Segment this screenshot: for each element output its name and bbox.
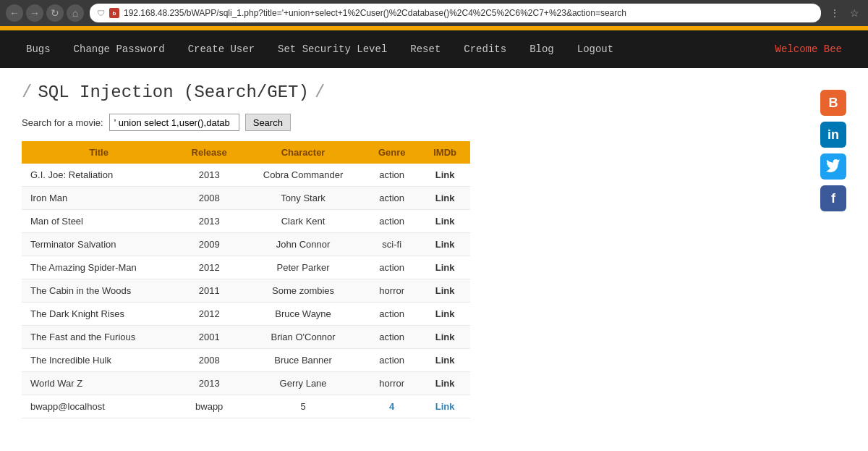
cell-character: Clark Kent: [242, 210, 364, 233]
table-row: Terminator Salvation2009John Connorsci-f…: [22, 233, 470, 256]
table-row: G.I. Joe: Retaliation2013Cobra Commander…: [22, 164, 470, 187]
cell-imdb[interactable]: Link: [420, 279, 470, 303]
cell-title: The Cabin in the Woods: [22, 279, 176, 303]
cell-genre: action: [364, 187, 420, 210]
search-input[interactable]: [109, 114, 239, 131]
search-button[interactable]: Search: [245, 114, 291, 131]
nav-bugs[interactable]: Bugs: [14, 30, 62, 68]
cell-genre: 4: [364, 395, 420, 418]
favicon: b: [109, 8, 119, 18]
address-bar[interactable]: 🛡 b 192.168.48.235/bWAPP/sqli_1.php?titl…: [90, 4, 821, 22]
cell-release: 2013: [176, 210, 242, 233]
cell-imdb[interactable]: Link: [420, 187, 470, 210]
col-imdb: IMDb: [420, 141, 470, 164]
nav-change-password[interactable]: Change Password: [62, 30, 176, 68]
cell-imdb[interactable]: Link: [420, 233, 470, 256]
cell-release: 2001: [176, 326, 242, 349]
cell-title: Man of Steel: [22, 210, 176, 233]
cell-release: 2012: [176, 303, 242, 326]
cell-genre: action: [364, 349, 420, 372]
cell-genre: horror: [364, 372, 420, 395]
menu-button[interactable]: ⋮: [827, 6, 843, 20]
cell-genre: action: [364, 303, 420, 326]
table-header-row: Title Release Character Genre IMDb: [22, 141, 470, 164]
cell-character: Some zombies: [242, 279, 364, 303]
nav-buttons: ← → ↻ ⌂: [6, 4, 84, 22]
cell-character: Brian O'Connor: [242, 326, 364, 349]
cell-genre: action: [364, 326, 420, 349]
nav-logout[interactable]: Logout: [566, 30, 625, 68]
cell-character: Bruce Wayne: [242, 303, 364, 326]
nav-create-user[interactable]: Create User: [176, 30, 266, 68]
cell-genre: sci-fi: [364, 233, 420, 256]
table-row: The Dark Knight Rises2012Bruce Wayneacti…: [22, 303, 470, 326]
cell-title: Terminator Salvation: [22, 233, 176, 256]
cell-title: G.I. Joe: Retaliation: [22, 164, 176, 187]
linkedin-icon[interactable]: in: [820, 122, 846, 148]
cell-imdb[interactable]: Link: [420, 256, 470, 279]
col-title: Title: [22, 141, 176, 164]
cell-release: 2008: [176, 349, 242, 372]
cell-release: 2013: [176, 164, 242, 187]
table-row: The Incredible Hulk2008Bruce Banneractio…: [22, 349, 470, 372]
cell-release: 2011: [176, 279, 242, 303]
reload-button[interactable]: ↻: [46, 4, 64, 22]
table-row: The Amazing Spider-Man2012Peter Parkerac…: [22, 256, 470, 279]
cell-character: 5: [242, 395, 364, 418]
table-body: G.I. Joe: Retaliation2013Cobra Commander…: [22, 164, 470, 418]
blogger-icon[interactable]: B: [820, 90, 846, 116]
page-title: / SQL Injection (Search/GET) /: [22, 83, 791, 102]
home-button[interactable]: ⌂: [67, 4, 84, 22]
table-row: World War Z2013Gerry LanehorrorLink: [22, 372, 470, 395]
twitter-icon[interactable]: [820, 153, 846, 180]
col-genre: Genre: [364, 141, 420, 164]
cell-title: bwapp@localhost: [22, 395, 176, 418]
movies-table: Title Release Character Genre IMDb G.I. …: [22, 141, 470, 418]
nav-credits[interactable]: Credits: [452, 30, 518, 68]
table-row: The Cabin in the Woods2011Some zombiesho…: [22, 279, 470, 303]
cell-genre: action: [364, 256, 420, 279]
cell-title: The Incredible Hulk: [22, 349, 176, 372]
cell-character: Cobra Commander: [242, 164, 364, 187]
back-button[interactable]: ←: [6, 4, 23, 22]
search-bar: Search for a movie: Search: [22, 114, 791, 131]
search-label: Search for a movie:: [22, 117, 103, 128]
cell-genre: action: [364, 210, 420, 233]
cell-character: Tony Stark: [242, 187, 364, 210]
table-row: Iron Man2008Tony StarkactionLink: [22, 187, 470, 210]
cell-genre: action: [364, 164, 420, 187]
nav-set-security-level[interactable]: Set Security Level: [266, 30, 399, 68]
table-row: Man of Steel2013Clark KentactionLink: [22, 210, 470, 233]
nav-reset[interactable]: Reset: [399, 30, 452, 68]
cell-release: bwapp: [176, 395, 242, 418]
cell-character: Gerry Lane: [242, 372, 364, 395]
cell-imdb[interactable]: Link: [420, 326, 470, 349]
cell-imdb[interactable]: Link: [420, 303, 470, 326]
cell-title: World War Z: [22, 372, 176, 395]
cell-title: Iron Man: [22, 187, 176, 210]
cell-imdb[interactable]: Link: [420, 349, 470, 372]
cell-release: 2008: [176, 187, 242, 210]
main-nav: Bugs Change Password Create User Set Sec…: [0, 30, 868, 68]
cell-character: John Connor: [242, 233, 364, 256]
cell-imdb[interactable]: Link: [420, 372, 470, 395]
url-text: 192.168.48.235/bWAPP/sqli_1.php?title='+…: [124, 8, 626, 18]
cell-release: 2009: [176, 233, 242, 256]
bookmark-button[interactable]: ☆: [847, 6, 862, 20]
sidebar-icons: B in f: [820, 83, 846, 444]
cell-imdb[interactable]: Link: [420, 164, 470, 187]
page-title-text: SQL Injection (Search/GET): [38, 83, 308, 102]
cell-release: 2012: [176, 256, 242, 279]
slash-right: /: [315, 83, 325, 102]
cell-imdb[interactable]: Link: [420, 395, 470, 418]
nav-welcome: Welcome Bee: [764, 30, 854, 68]
main-content: / SQL Injection (Search/GET) / Search fo…: [0, 68, 868, 451]
cell-title: The Amazing Spider-Man: [22, 256, 176, 279]
facebook-icon[interactable]: f: [820, 185, 846, 211]
table-row: bwapp@localhostbwapp54Link: [22, 395, 470, 418]
cell-imdb[interactable]: Link: [420, 210, 470, 233]
cell-release: 2013: [176, 372, 242, 395]
forward-button[interactable]: →: [26, 4, 43, 22]
cell-title: The Fast and the Furious: [22, 326, 176, 349]
nav-blog[interactable]: Blog: [518, 30, 566, 68]
